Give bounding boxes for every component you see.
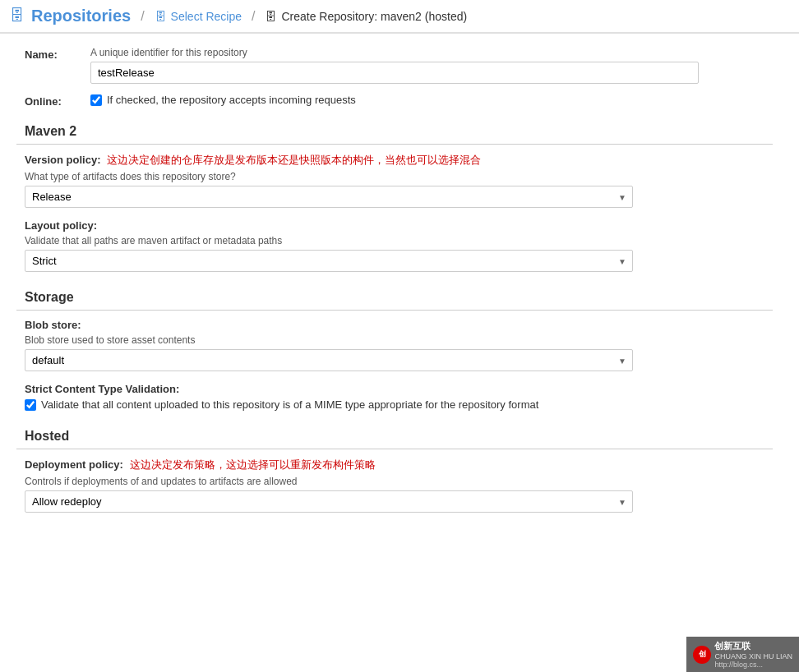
name-hint: A unique identifier for this repository	[90, 47, 764, 58]
create-repo-crumb: 🗄 Create Repository: maven2 (hosted)	[265, 10, 467, 23]
breadcrumb-header: 🗄 Repositories / 🗄 Select Recipe / 🗄 Cre…	[0, 0, 799, 34]
strict-content-control: Validate that all content uploaded to th…	[16, 398, 773, 411]
blob-store-control: default ▼	[16, 349, 773, 371]
layout-policy-control: Strict Permissive ▼	[16, 250, 773, 272]
deployment-policy-label-row: Deployment policy: 这边决定发布策略，这边选择可以重新发布构件…	[16, 458, 773, 472]
layout-policy-select-wrapper: Strict Permissive ▼	[25, 250, 633, 272]
name-input[interactable]	[90, 62, 699, 84]
name-label: Name:	[25, 47, 90, 61]
name-field-content: A unique identifier for this repository	[90, 47, 764, 84]
breadcrumb-sep-2: /	[252, 9, 255, 24]
select-recipe-crumb[interactable]: 🗄 Select Recipe	[155, 10, 242, 23]
version-policy-label-row: Version policy: 这边决定创建的仓库存放是发布版本还是快照版本的构…	[16, 153, 773, 168]
version-policy-label: Version policy:	[25, 154, 100, 166]
layout-policy-select[interactable]: Strict Permissive	[25, 250, 633, 272]
deployment-policy-select-wrapper: Allow redeploy Disable redeploy Read-onl…	[25, 490, 633, 513]
online-field-content: If checked, the repository accepts incom…	[90, 94, 764, 106]
section-hosted: Hosted	[16, 422, 773, 449]
blob-store-hint: Blob store used to store asset contents	[16, 334, 773, 346]
deployment-policy-hint: Controls if deployments of and updates t…	[16, 476, 773, 487]
online-field-row: Online: If checked, the repository accep…	[16, 94, 773, 108]
create-repo-icon: 🗄	[265, 10, 276, 23]
create-repo-label: Create Repository: maven2 (hosted)	[281, 10, 467, 23]
version-policy-control: Release Snapshot Mixed ▼	[16, 186, 773, 208]
online-checkbox-row: If checked, the repository accepts incom…	[90, 94, 764, 106]
online-hint: If checked, the repository accepts incom…	[107, 94, 356, 106]
select-recipe-label: Select Recipe	[171, 10, 242, 23]
name-field-row: Name: A unique identifier for this repos…	[16, 47, 773, 84]
deployment-policy-select[interactable]: Allow redeploy Disable redeploy Read-onl…	[25, 490, 633, 513]
strict-content-label: Strict Content Type Validation:	[16, 383, 773, 395]
version-policy-annotation: 这边决定创建的仓库存放是发布版本还是快照版本的构件，当然也可以选择混合	[107, 153, 481, 168]
deployment-policy-annotation: 这边决定发布策略，这边选择可以重新发布构件策略	[130, 458, 376, 472]
layout-policy-hint: Validate that all paths are maven artifa…	[16, 235, 773, 246]
blob-store-select-wrapper: default ▼	[25, 349, 633, 371]
blob-store-select[interactable]: default	[25, 349, 633, 371]
blob-store-label: Blob store:	[16, 319, 773, 331]
layout-policy-label: Layout policy:	[16, 219, 773, 232]
strict-content-checkbox[interactable]	[25, 399, 36, 411]
deployment-policy-label: Deployment policy:	[25, 458, 123, 471]
select-recipe-icon: 🗄	[155, 10, 166, 23]
deployment-policy-control: Allow redeploy Disable redeploy Read-onl…	[16, 490, 773, 513]
online-checkbox[interactable]	[90, 94, 102, 106]
main-content: Name: A unique identifier for this repos…	[0, 34, 789, 537]
page-title: Repositories	[31, 7, 131, 25]
online-label: Online:	[25, 94, 90, 108]
section-maven2: Maven 2	[16, 117, 773, 145]
repositories-db-icon: 🗄	[10, 7, 25, 25]
section-storage: Storage	[16, 283, 773, 311]
version-policy-hint: What type of artifacts does this reposit…	[16, 171, 773, 182]
strict-content-checkbox-row: Validate that all content uploaded to th…	[25, 398, 764, 411]
version-policy-select[interactable]: Release Snapshot Mixed	[25, 186, 633, 208]
breadcrumb-sep-1: /	[141, 9, 144, 24]
strict-content-hint: Validate that all content uploaded to th…	[41, 398, 538, 411]
version-policy-select-wrapper: Release Snapshot Mixed ▼	[25, 186, 633, 208]
